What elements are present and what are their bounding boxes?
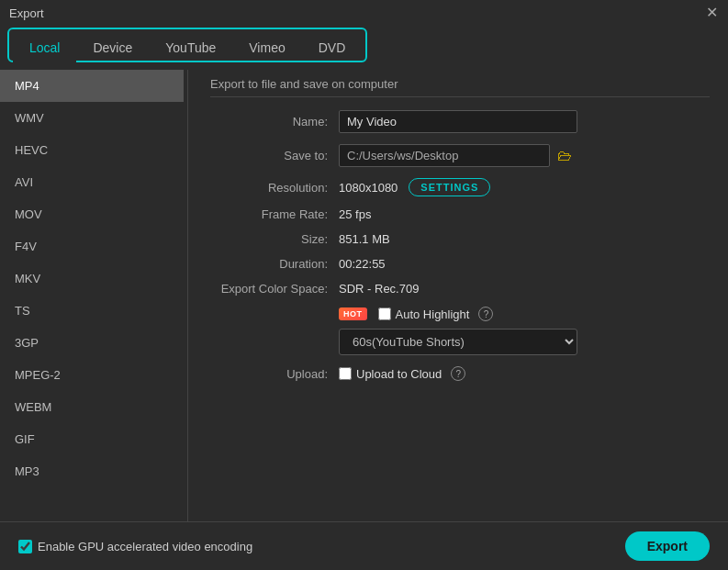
export-window: Export ✕ Local Device YouTube Vimeo DVD … [0, 0, 728, 570]
duration-label: Duration: [210, 257, 339, 271]
highlight-duration-row: 60s(YouTube Shorts) 30s 15s [339, 329, 710, 355]
upload-cloud-checkbox[interactable] [339, 367, 352, 380]
resolution-value: 1080x1080 [339, 181, 398, 195]
sidebar-item-webm[interactable]: WEBM [0, 391, 184, 423]
highlight-duration-select[interactable]: 60s(YouTube Shorts) 30s 15s [339, 329, 577, 355]
upload-cloud-checkbox-label[interactable]: Upload to Cloud [339, 367, 442, 381]
main-content: MP4 WMV HEVC AVI MOV F4V MKV TS 3GP MPEG… [0, 70, 728, 521]
duration-value: 00:22:55 [339, 257, 386, 271]
duration-row: Duration: 00:22:55 [210, 257, 710, 271]
sidebar-item-ts[interactable]: TS [0, 295, 184, 327]
auto-highlight-label: Auto Highlight [396, 307, 470, 321]
sidebar-item-gif[interactable]: GIF [0, 423, 184, 455]
save-to-row: Save to: C:/Users/ws/Desktop 🗁 [210, 144, 710, 167]
right-panel: Export to file and save on computer Name… [192, 70, 728, 521]
tab-local[interactable]: Local [13, 35, 76, 62]
bottom-bar: Enable GPU accelerated video encoding Ex… [0, 521, 728, 570]
color-space-row: Export Color Space: SDR - Rec.709 [210, 282, 710, 296]
upload-row: Upload: Upload to Cloud ? [210, 366, 710, 381]
sidebar-item-wmv[interactable]: WMV [0, 102, 184, 134]
folder-icon[interactable]: 🗁 [557, 148, 572, 164]
sidebar-item-mp3[interactable]: MP3 [0, 455, 184, 487]
tab-bar: Local Device YouTube Vimeo DVD [7, 28, 367, 62]
gpu-checkbox[interactable] [18, 540, 32, 553]
upload-cloud-label: Upload to Cloud [356, 367, 442, 381]
color-space-label: Export Color Space: [210, 282, 339, 296]
sidebar-divider [187, 70, 188, 521]
auto-highlight-checkbox-label[interactable]: Auto Highlight [378, 307, 470, 321]
tab-dvd[interactable]: DVD [302, 35, 363, 62]
sidebar-item-3gp[interactable]: 3GP [0, 327, 184, 359]
resolution-row: Resolution: 1080x1080 SETTINGS [210, 178, 710, 196]
name-row: Name: [210, 110, 710, 133]
sidebar-item-mkv[interactable]: MKV [0, 263, 184, 295]
size-row: Size: 851.1 MB [210, 232, 710, 246]
frame-rate-row: Frame Rate: 25 fps [210, 207, 710, 221]
auto-highlight-checkbox[interactable] [378, 307, 391, 320]
name-input[interactable] [339, 110, 577, 133]
upload-help-icon[interactable]: ? [451, 366, 465, 381]
auto-highlight-row: HOT Auto Highlight ? [210, 307, 710, 321]
close-button[interactable]: ✕ [704, 6, 719, 20]
frame-rate-value: 25 fps [339, 207, 371, 221]
sidebar-item-mpeg2[interactable]: MPEG-2 [0, 359, 184, 391]
sidebar-item-mp4[interactable]: MP4 [0, 70, 184, 102]
auto-highlight-content: HOT Auto Highlight ? [339, 307, 493, 321]
export-button[interactable]: Export [625, 531, 710, 561]
sidebar-item-f4v[interactable]: F4V [0, 230, 184, 263]
resolution-label: Resolution: [210, 181, 339, 195]
save-path-display: C:/Users/ws/Desktop [339, 144, 550, 167]
export-subtitle: Export to file and save on computer [210, 77, 710, 97]
resolution-content: 1080x1080 SETTINGS [339, 178, 490, 196]
sidebar-item-mov[interactable]: MOV [0, 198, 184, 230]
format-sidebar: MP4 WMV HEVC AVI MOV F4V MKV TS 3GP MPEG… [0, 70, 184, 521]
hot-badge: HOT [339, 307, 367, 320]
size-value: 851.1 MB [339, 232, 390, 246]
tab-device[interactable]: Device [76, 35, 149, 62]
title-bar: Export ✕ [0, 0, 728, 26]
tab-youtube[interactable]: YouTube [149, 35, 232, 62]
gpu-label[interactable]: Enable GPU accelerated video encoding [18, 540, 252, 553]
save-to-content: C:/Users/ws/Desktop 🗁 [339, 144, 572, 167]
frame-rate-label: Frame Rate: [210, 207, 339, 221]
save-to-label: Save to: [210, 149, 339, 162]
color-space-value: SDR - Rec.709 [339, 282, 419, 296]
auto-highlight-help-icon[interactable]: ? [478, 307, 493, 321]
sidebar-item-hevc[interactable]: HEVC [0, 134, 184, 166]
gpu-label-text: Enable GPU accelerated video encoding [38, 540, 252, 553]
window-title: Export [9, 6, 44, 20]
size-label: Size: [210, 232, 339, 246]
name-label: Name: [210, 115, 339, 129]
tab-vimeo[interactable]: Vimeo [232, 35, 301, 62]
sidebar-item-avi[interactable]: AVI [0, 166, 184, 198]
settings-button[interactable]: SETTINGS [409, 178, 490, 196]
upload-content: Upload to Cloud ? [339, 366, 465, 381]
upload-label: Upload: [210, 367, 339, 381]
